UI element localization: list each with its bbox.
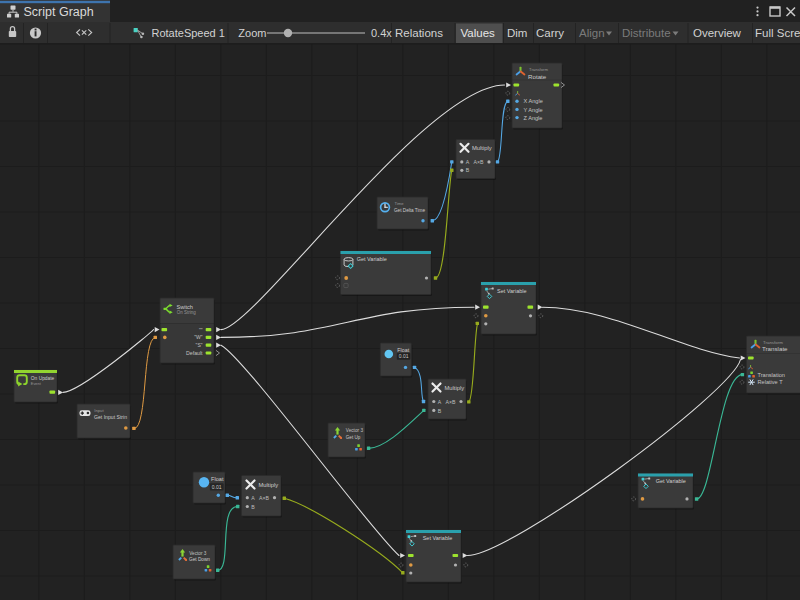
svg-text:Overview: Overview bbox=[693, 27, 742, 39]
svg-text:B: B bbox=[251, 504, 255, 510]
svg-text:Get Input Strin: Get Input Strin bbox=[94, 414, 127, 420]
svg-text:A×B: A×B bbox=[474, 159, 484, 165]
svg-text:0.4x: 0.4x bbox=[371, 27, 392, 39]
svg-text:Values: Values bbox=[461, 27, 496, 39]
svg-text:Multiply: Multiply bbox=[445, 385, 465, 391]
svg-text:Default: Default bbox=[186, 350, 203, 356]
svg-text:Get Delta Time: Get Delta Time bbox=[394, 207, 425, 213]
svg-text:A: A bbox=[251, 495, 255, 501]
svg-text:Multiply: Multiply bbox=[472, 145, 492, 151]
svg-text:Distribute: Distribute bbox=[622, 27, 671, 39]
svg-text:Switch: Switch bbox=[177, 304, 193, 310]
svg-text:Multiply: Multiply bbox=[259, 482, 279, 488]
svg-text:Event: Event bbox=[31, 381, 42, 386]
svg-text:Float: Float bbox=[211, 476, 224, 482]
svg-text:Get Up: Get Up bbox=[346, 434, 361, 440]
svg-text:Relative T: Relative T bbox=[758, 379, 784, 385]
svg-text:Time: Time bbox=[395, 201, 405, 206]
svg-text:A: A bbox=[438, 399, 442, 405]
svg-text:Full Scre: Full Scre bbox=[755, 27, 800, 39]
svg-text:RotateSpeed 1: RotateSpeed 1 bbox=[152, 27, 225, 39]
svg-text:Zoom: Zoom bbox=[238, 27, 266, 39]
svg-text:Rotate: Rotate bbox=[528, 73, 547, 80]
svg-text:Float: Float bbox=[397, 347, 409, 353]
svg-text:Carry: Carry bbox=[536, 27, 564, 39]
svg-text:Vector 3: Vector 3 bbox=[346, 427, 363, 433]
svg-text:Translate: Translate bbox=[762, 345, 788, 352]
svg-text:Vector 3: Vector 3 bbox=[189, 550, 206, 556]
svg-text:Transform: Transform bbox=[529, 67, 548, 72]
svg-text:A: A bbox=[466, 159, 470, 165]
svg-text:"S": "S" bbox=[196, 342, 203, 348]
svg-text:"W": "W" bbox=[194, 334, 202, 340]
svg-text:Get Variable: Get Variable bbox=[357, 256, 387, 262]
svg-text:Script Graph: Script Graph bbox=[24, 5, 94, 19]
svg-text:Dim: Dim bbox=[507, 27, 527, 39]
svg-text:Align: Align bbox=[579, 27, 605, 39]
svg-text:Get Down: Get Down bbox=[189, 556, 210, 562]
svg-text:B: B bbox=[466, 167, 470, 173]
svg-text:0.01: 0.01 bbox=[399, 353, 409, 359]
svg-text:Z Angle: Z Angle bbox=[524, 115, 543, 121]
svg-text:"": "" bbox=[199, 327, 203, 333]
svg-text:Y Angle: Y Angle bbox=[524, 107, 543, 113]
svg-text:On String: On String bbox=[177, 310, 197, 315]
svg-text:Translation: Translation bbox=[758, 372, 785, 378]
svg-text:Input: Input bbox=[94, 408, 104, 413]
svg-text:A×B: A×B bbox=[446, 399, 456, 405]
svg-text:B: B bbox=[438, 408, 442, 414]
svg-text:A×B: A×B bbox=[259, 495, 269, 501]
svg-text:Get Variable: Get Variable bbox=[656, 478, 686, 484]
svg-text:Relations: Relations bbox=[395, 27, 443, 39]
svg-text:X Angle: X Angle bbox=[524, 98, 543, 104]
svg-text:Set Variable: Set Variable bbox=[497, 288, 527, 294]
svg-text:0.01: 0.01 bbox=[212, 484, 222, 490]
svg-text:Set Variable: Set Variable bbox=[423, 535, 453, 541]
